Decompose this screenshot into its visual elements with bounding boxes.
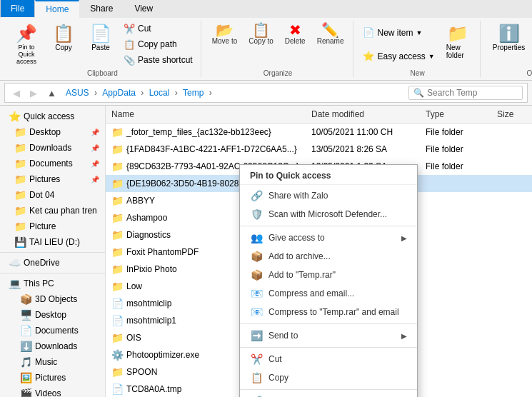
tab-view[interactable]: View <box>124 0 164 18</box>
paste-icon: 📄 <box>90 24 111 44</box>
sidebar-item-dot04[interactable]: 📁 Dot 04 <box>0 187 105 203</box>
documents2-icon: 📄 <box>20 325 32 336</box>
file-name: Low <box>126 281 142 291</box>
delete-button[interactable]: ✖ Delete <box>280 21 311 47</box>
breadcrumb-local[interactable]: Local <box>146 88 173 98</box>
file-name: msohtmiclip <box>126 298 171 308</box>
sidebar: ⭐ Quick access 📁 Desktop 📌 📁 Downloads 📌… <box>0 106 106 397</box>
ctx-menu-item[interactable]: ➡️ Send to ▶ <box>240 326 417 345</box>
sidebar-videos[interactable]: 🎬 Videos <box>0 386 105 397</box>
ctx-item-label: Give access to <box>268 233 396 243</box>
ctx-menu-item[interactable]: 🔗 Create shortcut <box>240 392 417 397</box>
ctx-item-label: Share with Zalo <box>268 191 407 201</box>
sidebar-pictures2[interactable]: 🖼️ Pictures <box>0 370 105 386</box>
pictures2-icon: 🖼️ <box>20 372 32 383</box>
col-size-header[interactable]: Size <box>491 107 532 121</box>
sidebar-item-documents[interactable]: 📁 Documents 📌 <box>0 156 105 171</box>
file-icon: ⚙️ <box>111 349 124 361</box>
sidebar-divider2 <box>0 273 105 273</box>
pin-to-quick-access-button[interactable]: 📌 Pin to Quickaccess <box>9 21 44 68</box>
paste-button[interactable]: 📄 Paste <box>83 21 119 54</box>
forward-button[interactable]: ▶ <box>26 86 41 100</box>
sidebar-item-picture[interactable]: 📁 Picture <box>0 218 105 234</box>
copy-path-button[interactable]: 📋 Copy path <box>120 37 196 52</box>
ket-cau-icon: 📁 <box>14 205 26 216</box>
sidebar-onedrive[interactable]: ☁️ OneDrive <box>0 255 105 271</box>
tab-share[interactable]: Share <box>79 0 124 18</box>
music-icon: 🎵 <box>20 356 32 368</box>
ctx-menu-item[interactable]: 📧 Compress and email... <box>240 284 417 303</box>
sidebar-item-ket-cau[interactable]: 📁 Ket cau phan tren <box>0 203 105 218</box>
col-name-header[interactable]: Name <box>106 107 306 121</box>
new-folder-button[interactable]: 📁 New folder <box>440 21 476 62</box>
breadcrumb-temp[interactable]: Temp <box>180 88 206 98</box>
easy-access-button[interactable]: ⭐ Easy access ▼ <box>359 49 438 64</box>
ctx-item-icon: 📦 <box>250 269 263 281</box>
breadcrumb-asus[interactable]: ASUS <box>63 88 92 98</box>
sidebar-item-downloads[interactable]: 📁 Downloads 📌 <box>0 140 105 156</box>
ctx-divider <box>240 323 417 324</box>
properties-icon: ℹ️ <box>498 24 520 44</box>
dot04-icon: 📁 <box>14 189 26 201</box>
col-type-header[interactable]: Type <box>420 107 491 121</box>
cut-button[interactable]: ✂️ Cut <box>120 21 196 36</box>
sidebar-this-pc[interactable]: 💻 This PC <box>0 276 105 291</box>
search-input[interactable] <box>427 88 518 98</box>
ctx-menu-item[interactable]: 👥 Give access to ▶ <box>240 228 417 247</box>
sidebar-desktop2[interactable]: 🖥️ Desktop <box>0 307 105 323</box>
back-button[interactable]: ◀ <box>9 86 24 100</box>
ctx-menu-item[interactable]: 🛡️ Scan with Microsoft Defender... <box>240 205 417 223</box>
paste-shortcut-button[interactable]: 📎 Paste shortcut <box>120 53 196 68</box>
sidebar-quick-access-header[interactable]: ⭐ Quick access <box>0 109 105 124</box>
copy-to-button[interactable]: 📋 Copy to <box>244 21 278 47</box>
col-date-header[interactable]: Date modified <box>306 107 420 121</box>
file-icon: 📁 <box>111 246 124 258</box>
sidebar-item-desktop[interactable]: 📁 Desktop 📌 <box>0 124 105 140</box>
ctx-menu-item[interactable]: 📦 Add to "Temp.rar" <box>240 266 417 284</box>
copy-button[interactable]: 📋 Copy <box>46 21 81 54</box>
ctx-menu-item[interactable]: 📦 Add to archive... <box>240 247 417 266</box>
sidebar-divider1 <box>0 252 105 253</box>
file-icon: 📁 <box>111 229 124 241</box>
new-group: 📄 New item ▼ ⭐ Easy access ▼ 📁 New folde… <box>355 21 480 77</box>
ctx-menu-item[interactable]: 🔗 Share with Zalo <box>240 186 417 205</box>
move-icon: 📂 <box>216 23 234 37</box>
ctx-menu-item[interactable]: ✂️ Cut <box>240 350 417 368</box>
up-button[interactable]: ▲ <box>44 86 60 100</box>
properties-button[interactable]: ℹ️ Properties <box>486 21 532 54</box>
ctx-item-label: Scan with Microsoft Defender... <box>268 209 407 219</box>
cut-icon: ✂️ <box>124 24 135 34</box>
submenu-arrow-icon: ▶ <box>401 234 407 242</box>
file-icon: 📁 <box>111 263 124 275</box>
tab-file[interactable]: File <box>0 0 35 18</box>
downloads-folder-icon: 📁 <box>14 142 26 154</box>
breadcrumb-appdata[interactable]: AppData <box>99 88 139 98</box>
ctx-item-icon: 👥 <box>250 232 263 243</box>
ctx-item-icon: ✂️ <box>250 353 263 365</box>
file-icon: 📄 <box>111 315 124 326</box>
sidebar-downloads2[interactable]: ⬇️ Downloads <box>0 338 105 354</box>
tai-lieu-icon: 💾 <box>14 236 26 248</box>
sidebar-item-pictures[interactable]: 📁 Pictures 📌 <box>0 171 105 187</box>
tab-home[interactable]: Home <box>35 0 79 18</box>
picture-icon: 📁 <box>14 221 26 232</box>
ctx-item-icon: 📋 <box>250 372 263 383</box>
move-to-button[interactable]: 📂 Move to <box>207 21 243 47</box>
ctx-menu-item[interactable]: 📋 Copy <box>240 368 417 387</box>
sidebar-quick-access-label: Quick access <box>24 111 99 121</box>
table-row[interactable]: 📁 _fotor_temp_files_{ac132e-bb123eec} 10… <box>106 124 532 141</box>
sidebar-item-tai-lieu[interactable]: 💾 TAI LIEU (D:) <box>0 234 105 250</box>
sidebar-3d-objects[interactable]: 📦 3D Objects <box>0 291 105 307</box>
ctx-item-label: Send to <box>268 331 396 341</box>
documents-icon: 📁 <box>14 158 26 169</box>
sidebar-documents2[interactable]: 📄 Documents <box>0 323 105 338</box>
ctx-menu-item[interactable]: 📧 Compress to "Temp.rar" and email <box>240 303 417 321</box>
search-box: 🔍 <box>408 86 523 100</box>
table-row[interactable]: 📁 {1FAD843F-A1BC-4221-AFF1-D72C6AA5...} … <box>106 141 532 158</box>
ctx-divider <box>240 347 417 348</box>
clipboard-group: 📌 Pin to Quickaccess 📋 Copy 📄 Paste ✂️ C… <box>4 21 201 77</box>
sidebar-music[interactable]: 🎵 Music <box>0 354 105 370</box>
new-item-button[interactable]: 📄 New item ▼ <box>359 25 438 40</box>
rename-button[interactable]: ✏️ Rename <box>312 21 349 47</box>
file-icon: 📁 <box>111 332 124 343</box>
